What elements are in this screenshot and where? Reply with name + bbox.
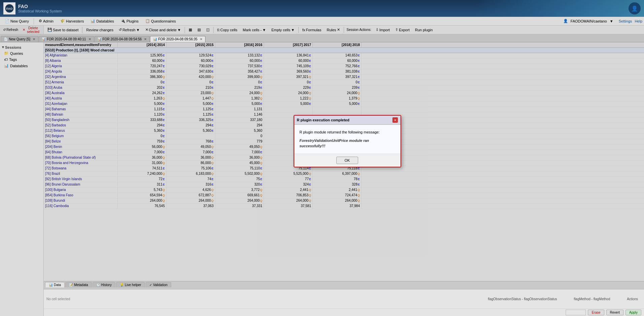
dialog-close-button[interactable]: ✕ [392,117,398,123]
dialog-overlay: R plugin execution completed ✕ R plugin … [0,0,644,316]
dialog-titlebar: R plugin execution completed ✕ [294,116,401,125]
dialog-ok-button[interactable]: OK [336,157,358,164]
dialog-message: R plugin module returned the following m… [300,129,395,135]
dialog-body: R plugin module returned the following m… [294,125,401,154]
dialog-footer: OK [294,154,401,167]
dialog-title: R plugin execution completed [297,118,349,122]
dialog-detail: ForestryValidationUnitPrice module ran s… [300,138,395,149]
r-plugin-dialog: R plugin execution completed ✕ R plugin … [294,115,401,167]
